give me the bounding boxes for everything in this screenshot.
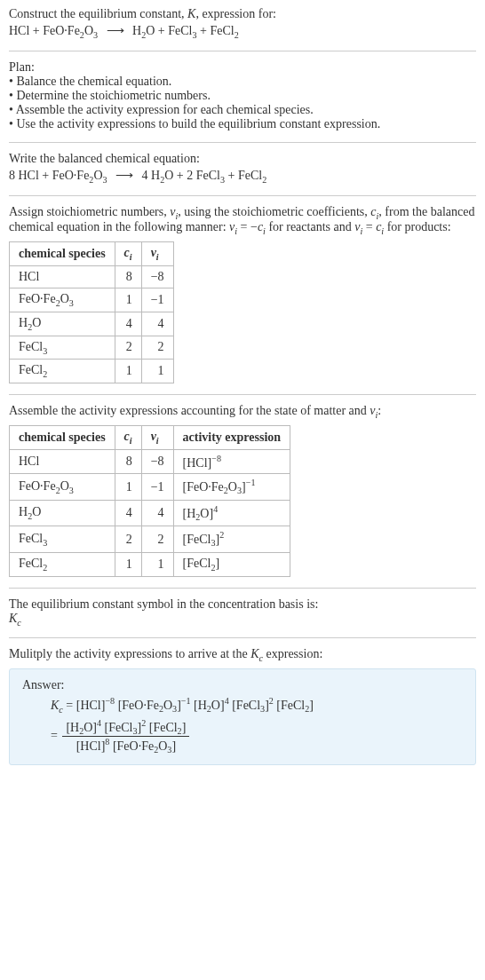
plan-section: Plan: Balance the chemical equation. Det… <box>9 60 476 131</box>
cell-activity: [FeO·Fe2O3]−1 <box>173 474 290 500</box>
cell-ci: 1 <box>115 288 141 312</box>
divider <box>9 142 476 143</box>
col-species: chemical species <box>10 242 115 266</box>
cell-vi: 4 <box>141 500 173 526</box>
table-header-row: chemical species ci νi <box>10 242 174 266</box>
answer-label: Answer: <box>22 678 463 692</box>
equals-sign: = <box>51 729 60 742</box>
table-row: HCl8−8 <box>10 265 174 288</box>
stoich-intro: Assign stoichiometric numbers, νi, using… <box>9 205 476 237</box>
cell-ci: 4 <box>115 500 141 526</box>
table-row: HCl8−8[HCl]−8 <box>10 449 290 474</box>
divider <box>9 394 476 395</box>
table-row: FeO·Fe2O31−1 <box>10 288 174 312</box>
cell-vi: −1 <box>141 474 173 500</box>
table-row: FeCl211[FeCl2] <box>10 552 290 576</box>
col-vi: νi <box>141 242 173 266</box>
cell-activity: [FeCl2] <box>173 552 290 576</box>
answer-line2: = [H2O]4 [FeCl3]2 [FeCl2] [HCl]8 [FeO·Fe… <box>51 718 463 755</box>
plan-item: Determine the stoichiometric numbers. <box>9 89 476 103</box>
cell-species: HCl <box>10 449 115 474</box>
table-row: FeCl322 <box>10 336 174 360</box>
balanced-section: Write the balanced chemical equation: 8 … <box>9 152 476 185</box>
cell-ci: 4 <box>115 312 141 336</box>
basis-symbol: Kc <box>9 612 476 628</box>
cell-species: HCl <box>10 265 115 288</box>
cell-species: FeCl2 <box>10 552 115 576</box>
table-row: FeCl322[FeCl3]2 <box>10 526 290 552</box>
activity-section: Assemble the activity expressions accoun… <box>9 404 476 576</box>
cell-ci: 1 <box>115 360 141 383</box>
cell-ci: 1 <box>115 552 141 576</box>
cell-ci: 2 <box>115 336 141 360</box>
cell-species: FeO·Fe2O3 <box>10 474 115 500</box>
fraction: [H2O]4 [FeCl3]2 [FeCl2] [HCl]8 [FeO·Fe2O… <box>62 718 189 755</box>
answer-box: Answer: Kc = [HCl]−8 [FeO·Fe2O3]−1 [H2O]… <box>9 668 476 764</box>
multiply-intro: Mulitply the activity expressions to arr… <box>9 647 476 663</box>
cell-species: FeO·Fe2O3 <box>10 288 115 312</box>
cell-vi: −8 <box>141 449 173 474</box>
plan-list: Balance the chemical equation. Determine… <box>9 75 476 131</box>
activity-table: chemical species ci νi activity expressi… <box>9 425 290 577</box>
cell-vi: −8 <box>141 265 173 288</box>
cell-activity: [H2O]4 <box>173 500 290 526</box>
cell-vi: 1 <box>141 360 173 383</box>
cell-species: H2O <box>10 312 115 336</box>
cell-activity: [HCl]−8 <box>173 449 290 474</box>
col-activity: activity expression <box>173 425 290 449</box>
table-header-row: chemical species ci νi activity expressi… <box>10 425 290 449</box>
table-row: FeO·Fe2O31−1[FeO·Fe2O3]−1 <box>10 474 290 500</box>
divider <box>9 51 476 51</box>
cell-vi: 4 <box>141 312 173 336</box>
cell-species: FeCl3 <box>10 336 115 360</box>
basis-section: The equilibrium constant symbol in the c… <box>9 597 476 628</box>
table-row: H2O44 <box>10 312 174 336</box>
header-section: Construct the equilibrium constant, K, e… <box>9 7 476 40</box>
unbalanced-equation: HCl + FeO·Fe2O3 ⟶ H2O + FeCl3 + FeCl2 <box>9 23 476 40</box>
plan-heading: Plan: <box>9 60 476 75</box>
balanced-heading: Write the balanced chemical equation: <box>9 152 476 166</box>
table-row: H2O44[H2O]4 <box>10 500 290 526</box>
cell-species: H2O <box>10 500 115 526</box>
multiply-section: Mulitply the activity expressions to arr… <box>9 647 476 764</box>
plan-item: Use the activity expressions to build th… <box>9 117 476 131</box>
cell-activity: [FeCl3]2 <box>173 526 290 552</box>
balanced-equation: 8 HCl + FeO·Fe2O3 ⟶ 4 H2O + 2 FeCl3 + Fe… <box>9 168 476 185</box>
cell-ci: 1 <box>115 474 141 500</box>
divider <box>9 195 476 196</box>
col-vi: νi <box>141 425 173 449</box>
fraction-denominator: [HCl]8 [FeO·Fe2O3] <box>62 736 189 755</box>
table-row: FeCl211 <box>10 360 174 383</box>
col-ci: ci <box>115 242 141 266</box>
divider <box>9 588 476 589</box>
plan-item: Assemble the activity expression for eac… <box>9 103 476 117</box>
cell-ci: 8 <box>115 449 141 474</box>
stoich-section: Assign stoichiometric numbers, νi, using… <box>9 205 476 384</box>
answer-line1: Kc = [HCl]−8 [FeO·Fe2O3]−1 [H2O]4 [FeCl3… <box>51 696 463 714</box>
cell-vi: 1 <box>141 552 173 576</box>
cell-species: FeCl2 <box>10 360 115 383</box>
cell-vi: 2 <box>141 336 173 360</box>
cell-vi: 2 <box>141 526 173 552</box>
cell-vi: −1 <box>141 288 173 312</box>
cell-ci: 8 <box>115 265 141 288</box>
divider <box>9 637 476 638</box>
cell-species: FeCl3 <box>10 526 115 552</box>
col-ci: ci <box>115 425 141 449</box>
basis-text: The equilibrium constant symbol in the c… <box>9 597 476 612</box>
stoich-table: chemical species ci νi HCl8−8 FeO·Fe2O31… <box>9 241 174 383</box>
fraction-numerator: [H2O]4 [FeCl3]2 [FeCl2] <box>62 718 189 736</box>
col-species: chemical species <box>10 425 115 449</box>
page-title: Construct the equilibrium constant, K, e… <box>9 7 476 21</box>
cell-ci: 2 <box>115 526 141 552</box>
plan-item: Balance the chemical equation. <box>9 75 476 89</box>
activity-intro: Assemble the activity expressions accoun… <box>9 404 476 420</box>
